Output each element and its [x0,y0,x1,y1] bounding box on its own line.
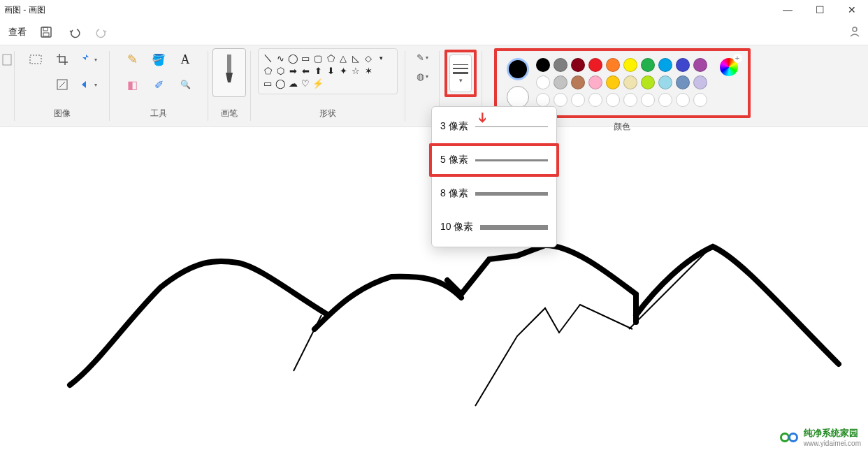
text-tool[interactable]: A [174,48,196,71]
watermark-text: 纯净系统家园 [804,427,861,440]
rotate-button[interactable]: ▾ [78,48,100,71]
size-button-highlight: ▾ [444,50,477,97]
shape-arrowr[interactable]: ➡ [287,64,299,77]
fill-tool[interactable]: 🪣 [147,48,170,71]
view-tab[interactable]: 查看 [3,23,32,41]
color-swatch[interactable] [571,75,585,89]
shape-pentagon[interactable]: ⬠ [261,64,274,77]
size-option-8px[interactable]: 8 像素 [432,177,556,210]
outline-button[interactable]: ✎▾ [414,51,431,64]
color-swatch[interactable] [658,75,672,89]
color-swatch[interactable] [606,58,620,72]
custom-color-slot[interactable] [693,93,707,107]
picker-tool[interactable]: ✐ [147,73,170,96]
color-swatch[interactable] [641,75,655,89]
custom-color-slot[interactable] [588,93,602,107]
flip-button[interactable]: ▾ [78,73,100,96]
shape-arrowu[interactable]: ⬆ [312,64,324,77]
shape-rect[interactable]: ▭ [299,52,312,64]
size-option-label: 3 像素 [440,120,468,133]
color-swatch[interactable] [588,75,602,89]
color-swatch[interactable] [571,58,585,72]
undo-button[interactable] [60,20,88,44]
shape-callout-rect[interactable]: ▭ [261,77,274,89]
color-swatch[interactable] [623,75,637,89]
color1-button[interactable] [507,58,529,80]
brushes-button[interactable] [212,48,246,97]
minimize-button[interactable]: — [772,0,804,20]
color-swatch[interactable] [554,75,567,89]
color-picker-button[interactable]: + [720,58,738,76]
shape-star6[interactable]: ✶ [362,64,375,77]
shape-arrowl[interactable]: ⬅ [299,64,312,77]
resize-button[interactable] [51,73,73,96]
shape-lightning[interactable]: ⚡ [312,77,324,89]
shape-callout-cloud[interactable]: ☁ [287,77,299,89]
crop-button[interactable] [51,48,73,71]
color-swatch[interactable] [623,58,637,72]
svg-rect-4 [3,55,11,65]
size-option-10px[interactable]: 10 像素 [432,210,556,244]
size-button[interactable]: ▾ [449,55,472,92]
shape-scroll[interactable]: ▾ [375,52,387,64]
shape-line[interactable]: ＼ [261,52,274,64]
tools-group-label: 工具 [150,105,167,124]
shape-star5[interactable]: ☆ [349,64,362,77]
custom-color-slot[interactable] [623,93,637,107]
redo-button[interactable] [88,20,116,44]
save-icon [40,26,52,38]
color-swatch[interactable] [641,58,655,72]
color-swatch[interactable] [693,58,707,72]
fill-option-button[interactable]: ◍▾ [414,70,431,83]
red-arrow-annotation: ➔ [475,112,491,124]
brush-icon [223,55,236,82]
custom-color-slot[interactable] [676,93,690,107]
shape-diamond[interactable]: ◇ [362,52,375,64]
size-option-label: 8 像素 [440,187,468,200]
shape-rtriangle[interactable]: ◺ [349,52,362,64]
shape-heart[interactable]: ♡ [299,77,312,89]
color-swatch[interactable] [658,58,672,72]
maximize-button[interactable]: ☐ [804,0,836,20]
svg-rect-2 [43,33,49,36]
color-swatch[interactable] [693,75,707,89]
shapes-gallery[interactable]: ＼ ∿ ◯ ▭ ▢ ⬠ △ ◺ ◇ ▾ ⬠ ⬡ ➡ ⬅ ⬆ ⬇ ✦ ☆ ✶ ▭ [258,48,398,94]
custom-color-slot[interactable] [571,93,585,107]
shape-star4[interactable]: ✦ [337,64,349,77]
color-swatch[interactable] [676,58,690,72]
shape-hexagon[interactable]: ⬡ [274,64,287,77]
size-option-5px[interactable]: 5 像素 [429,143,559,177]
shape-oval[interactable]: ◯ [287,52,299,64]
zoom-tool[interactable]: 🔍 [174,73,196,96]
person-icon [848,25,861,38]
color2-button[interactable] [507,86,529,108]
size-option-3px[interactable]: 3 像素 [432,110,556,143]
shape-polygon[interactable]: ⬠ [324,52,337,64]
shape-roundrect[interactable]: ▢ [312,52,324,64]
custom-color-slot[interactable] [536,93,550,107]
size-line-thin [453,64,468,65]
shape-callout-oval[interactable]: ◯ [274,77,287,89]
account-button[interactable] [848,25,861,40]
color-swatch[interactable] [536,58,550,72]
custom-color-slot[interactable] [658,93,672,107]
shape-triangle[interactable]: △ [337,52,349,64]
color-swatch[interactable] [588,58,602,72]
color-swatch[interactable] [536,75,550,89]
eraser-tool[interactable]: ◧ [121,73,143,96]
custom-color-slot[interactable] [641,93,655,107]
save-button[interactable] [32,20,60,44]
select-button[interactable] [24,48,47,71]
shape-scroll2[interactable] [375,64,387,77]
line-preview-3 [475,126,548,127]
shape-curve[interactable]: ∿ [274,52,287,64]
custom-color-slot[interactable] [606,93,620,107]
color-swatch[interactable] [606,75,620,89]
shape-arrowd[interactable]: ⬇ [324,64,337,77]
color-swatch[interactable] [676,75,690,89]
pencil-tool[interactable]: ✎ [121,48,143,71]
color-swatch[interactable] [554,58,567,72]
colors-group-label: 颜色 [614,118,630,137]
close-button[interactable]: ✕ [836,0,868,20]
custom-color-slot[interactable] [554,93,567,107]
